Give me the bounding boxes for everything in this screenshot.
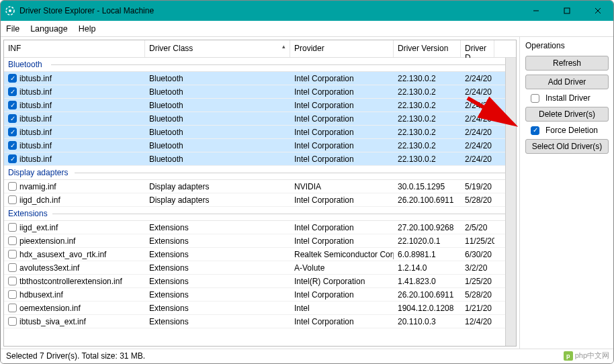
cell-version: 1.2.14.0: [394, 263, 461, 273]
cell-class: Extensions: [145, 317, 290, 326]
sort-indicator-icon: ▴: [282, 43, 286, 50]
table-row[interactable]: pieextension.infExtensionsIntel Corporat…: [4, 234, 516, 248]
table-row[interactable]: tbthostcontrollerextension.infExtensions…: [4, 275, 516, 288]
group-display[interactable]: Display adapters: [4, 166, 516, 180]
row-checkbox[interactable]: [8, 304, 17, 312]
column-version[interactable]: Driver Version: [394, 40, 461, 57]
row-checkbox[interactable]: [8, 87, 17, 96]
table-row[interactable]: hdx_asusext_avo_rtk.infExtensionsRealtek…: [4, 248, 516, 261]
add-driver-button[interactable]: Add Driver: [525, 75, 609, 89]
row-checkbox[interactable]: [8, 263, 17, 272]
group-extensions[interactable]: Extensions: [4, 207, 516, 221]
cell-provider: Intel Corporation: [290, 114, 394, 124]
row-checkbox[interactable]: [8, 74, 17, 83]
install-driver-option[interactable]: Install Driver: [527, 93, 608, 103]
cell-provider: Intel Corporation: [290, 128, 394, 137]
cell-class: Extensions: [145, 290, 290, 300]
cell-version: 26.20.100.6911: [394, 290, 461, 300]
table-row[interactable]: oemextension.infExtensionsIntel1904.12.0…: [4, 302, 516, 315]
table-row[interactable]: ibtusb.infBluetoothIntel Corporation22.1…: [4, 99, 516, 112]
cell-version: 26.20.100.6911: [394, 195, 461, 205]
driver-grid: INF Driver Class▴ Provider Driver Versio…: [3, 40, 517, 347]
cell-class: Bluetooth: [145, 154, 290, 164]
cell-provider: Intel: [290, 304, 394, 313]
row-checkbox[interactable]: [8, 250, 17, 259]
row-checkbox[interactable]: [8, 277, 17, 285]
table-row[interactable]: ibtusb.infBluetoothIntel Corporation22.1…: [4, 139, 516, 152]
column-provider[interactable]: Provider: [290, 40, 394, 57]
cell-class: Display adapters: [145, 195, 290, 205]
row-checkbox[interactable]: [8, 317, 17, 326]
table-row[interactable]: ibtusb_siva_ext.infExtensionsIntel Corpo…: [4, 315, 516, 328]
cell-date: 2/5/20: [461, 223, 494, 232]
row-checkbox[interactable]: [8, 101, 17, 109]
install-driver-checkbox[interactable]: [531, 94, 539, 103]
row-checkbox[interactable]: [8, 128, 17, 136]
cell-inf: pieextension.inf: [19, 236, 75, 246]
minimize-button[interactable]: [521, 1, 552, 21]
cell-provider: Intel Corporation: [290, 317, 394, 326]
cell-version: 22.130.0.2: [394, 114, 461, 124]
table-row[interactable]: ibtusb.infBluetoothIntel Corporation22.1…: [4, 152, 516, 166]
cell-inf: ibtusb.inf: [19, 154, 52, 164]
operations-title: Operations: [525, 41, 608, 50]
cell-version: 30.0.15.1295: [394, 182, 461, 191]
row-checkbox[interactable]: [8, 114, 17, 123]
refresh-button[interactable]: Refresh: [525, 56, 609, 71]
cell-version: 22.130.0.2: [394, 101, 461, 110]
force-deletion-checkbox[interactable]: [531, 126, 539, 135]
table-row[interactable]: ibtusb.infBluetoothIntel Corporation22.1…: [4, 112, 516, 126]
cell-date: 11/25/20: [461, 236, 494, 246]
close-button[interactable]: [582, 1, 613, 21]
row-checkbox[interactable]: [8, 141, 17, 150]
table-row[interactable]: nvamig.infDisplay adaptersNVIDIA30.0.15.…: [4, 180, 516, 193]
cell-version: 22.130.0.2: [394, 154, 461, 164]
menu-help[interactable]: Help: [79, 24, 96, 34]
maximize-button[interactable]: [552, 1, 582, 21]
table-row[interactable]: hdbusext.infExtensionsIntel Corporation2…: [4, 288, 516, 302]
cell-version: 1904.12.0.1208: [394, 304, 461, 313]
force-deletion-option[interactable]: Force Deletion: [527, 126, 608, 135]
row-checkbox[interactable]: [8, 236, 17, 245]
group-bluetooth[interactable]: Bluetooth: [4, 58, 516, 72]
cell-inf: ibtusb.inf: [19, 87, 52, 97]
cell-date: 2/24/20: [461, 74, 494, 83]
delete-drivers-button[interactable]: Delete Driver(s): [525, 107, 609, 122]
menu-language[interactable]: Language: [30, 24, 68, 34]
table-row[interactable]: iigd_dch.infDisplay adaptersIntel Corpor…: [4, 193, 516, 207]
table-row[interactable]: ibtusb.infBluetoothIntel Corporation22.1…: [4, 126, 516, 139]
svg-point-1: [9, 9, 11, 12]
cell-inf: ibtusb.inf: [19, 74, 52, 83]
cell-version: 22.1020.0.1: [394, 236, 461, 246]
select-old-drivers-button[interactable]: Select Old Driver(s): [525, 139, 609, 154]
operations-panel: Operations Refresh Add Driver Install Dr…: [519, 37, 613, 349]
table-row[interactable]: ibtusb.infBluetoothIntel Corporation22.1…: [4, 85, 516, 99]
menu-file[interactable]: File: [6, 24, 19, 34]
column-date[interactable]: Driver D: [461, 40, 494, 57]
watermark: p php中文网: [564, 351, 609, 361]
row-checkbox[interactable]: [8, 195, 17, 204]
cell-date: 2/24/20: [461, 101, 494, 110]
cell-inf: iigd_ext.inf: [19, 223, 58, 232]
table-row[interactable]: avolutess3ext.infExtensionsA-Volute1.2.1…: [4, 261, 516, 275]
menu-bar: File Language Help: [1, 21, 613, 37]
cell-provider: Intel Corporation: [290, 236, 394, 246]
cell-inf: hdx_asusext_avo_rtk.inf: [19, 250, 106, 259]
cell-date: 2/24/20: [461, 114, 494, 124]
row-checkbox[interactable]: [8, 182, 17, 191]
cell-inf: oemextension.inf: [19, 304, 81, 313]
column-class[interactable]: Driver Class▴: [145, 40, 290, 57]
cell-provider: Intel Corporation: [290, 290, 394, 300]
cell-provider: Intel Corporation: [290, 101, 394, 110]
watermark-logo-icon: p: [564, 351, 573, 361]
column-inf[interactable]: INF: [4, 40, 145, 57]
row-checkbox[interactable]: [8, 154, 17, 163]
row-checkbox[interactable]: [8, 290, 17, 299]
table-row[interactable]: iigd_ext.infExtensionsIntel Corporation2…: [4, 221, 516, 234]
window-title: Driver Store Explorer - Local Machine: [19, 6, 521, 15]
cell-class: Extensions: [145, 277, 290, 286]
grid-body[interactable]: Bluetooth ibtusb.infBluetoothIntel Corpo…: [4, 58, 516, 346]
row-checkbox[interactable]: [8, 223, 17, 232]
cell-class: Bluetooth: [145, 101, 290, 110]
table-row[interactable]: ibtusb.infBluetoothIntel Corporation22.1…: [4, 72, 516, 85]
